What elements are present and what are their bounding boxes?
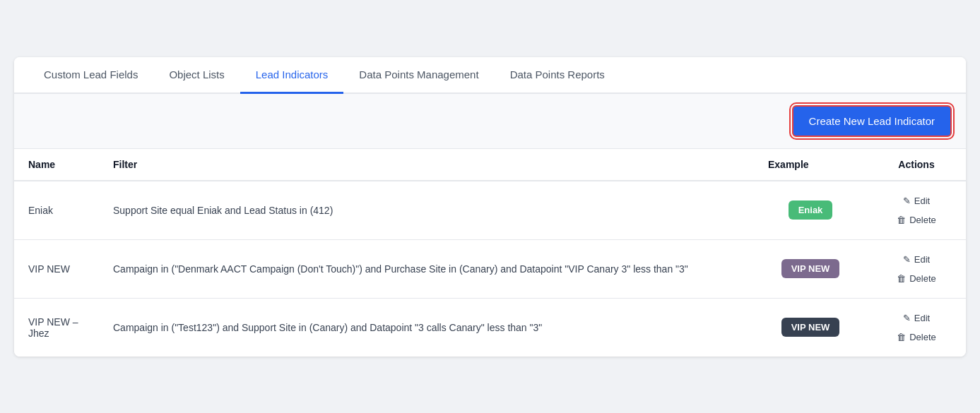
edit-button[interactable]: ✎Edit [899, 311, 934, 325]
delete-button[interactable]: 🗑Delete [892, 272, 940, 285]
col-header-example: Example [754, 148, 867, 181]
row-actions: ✎Edit🗑Delete [867, 239, 966, 298]
trash-icon: 🗑 [897, 273, 906, 284]
row-name: VIP NEW [14, 239, 99, 298]
delete-label: Delete [909, 332, 936, 342]
table-row: EniakSupport Site equal Eniak and Lead S… [14, 181, 966, 240]
delete-button[interactable]: 🗑Delete [892, 213, 940, 227]
trash-icon: 🗑 [897, 215, 906, 225]
col-header-actions: Actions [867, 148, 966, 181]
row-actions: ✎Edit🗑Delete [867, 298, 966, 357]
tab-data-points-management[interactable]: Data Points Management [343, 57, 494, 94]
edit-icon: ✎ [903, 196, 911, 206]
tab-data-points-reports[interactable]: Data Points Reports [495, 57, 620, 94]
tab-custom-lead-fields[interactable]: Custom Lead Fields [28, 57, 153, 94]
edit-button[interactable]: ✎Edit [899, 253, 934, 266]
toolbar: Create New Lead Indicator [14, 94, 966, 148]
table-header-row: Name Filter Example Actions [14, 148, 966, 181]
row-actions: ✎Edit🗑Delete [867, 181, 966, 240]
col-header-filter: Filter [99, 148, 754, 181]
edit-icon: ✎ [903, 254, 911, 265]
row-filter: Campaign in ("Test123") and Support Site… [99, 298, 754, 357]
edit-label: Edit [914, 313, 930, 323]
create-lead-indicator-button[interactable]: Create New Lead Indicator [792, 105, 952, 137]
table-body: EniakSupport Site equal Eniak and Lead S… [14, 181, 966, 357]
trash-icon: 🗑 [897, 332, 906, 342]
row-name: Eniak [14, 181, 99, 240]
edit-icon: ✎ [903, 313, 911, 323]
table-wrapper: Name Filter Example Actions EniakSupport… [14, 148, 966, 357]
row-example: VIP NEW [754, 298, 867, 357]
row-name: VIP NEW – Jhez [14, 298, 99, 357]
table-row: VIP NEW – JhezCampaign in ("Test123") an… [14, 298, 966, 357]
col-header-name: Name [14, 148, 99, 181]
main-container: Custom Lead FieldsObject ListsLead Indic… [14, 57, 966, 357]
tab-object-lists[interactable]: Object Lists [153, 57, 240, 94]
lead-indicators-table: Name Filter Example Actions EniakSupport… [14, 148, 966, 357]
edit-label: Edit [914, 196, 930, 206]
edit-label: Edit [914, 254, 930, 265]
edit-button[interactable]: ✎Edit [899, 194, 934, 208]
tabs-nav: Custom Lead FieldsObject ListsLead Indic… [14, 57, 966, 94]
row-example: Eniak [754, 181, 867, 240]
tab-lead-indicators[interactable]: Lead Indicators [240, 57, 344, 94]
delete-label: Delete [909, 215, 936, 225]
delete-button[interactable]: 🗑Delete [892, 330, 940, 344]
delete-label: Delete [909, 273, 936, 284]
row-example: VIP NEW [754, 239, 867, 298]
table-row: VIP NEWCampaign in ("Denmark AACT Campai… [14, 239, 966, 298]
row-filter: Campaign in ("Denmark AACT Campaign (Don… [99, 239, 754, 298]
row-filter: Support Site equal Eniak and Lead Status… [99, 181, 754, 240]
